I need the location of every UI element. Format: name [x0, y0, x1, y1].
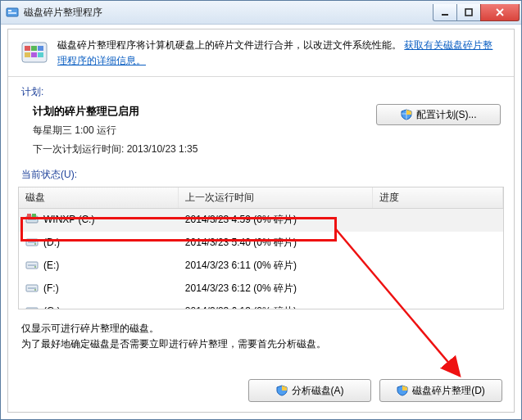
svg-rect-14	[32, 214, 36, 217]
configure-schedule-label: 配置计划(S)...	[416, 108, 477, 122]
cell-progress	[372, 300, 502, 310]
svg-point-24	[34, 289, 36, 291]
drive-icon	[25, 258, 39, 273]
disk-table: 磁盘 上一次运行时间 进度 WINXP (C:)2014/3/23 4:59 (…	[19, 187, 503, 309]
drive-icon	[25, 212, 39, 228]
cell-progress	[372, 255, 502, 278]
app-icon	[6, 6, 19, 19]
cell-disk: WINXP (C:)	[19, 209, 179, 232]
svg-rect-4	[465, 9, 472, 16]
configure-schedule-button[interactable]: 配置计划(S)...	[376, 104, 501, 125]
svg-rect-2	[8, 12, 16, 14]
note-line2: 为了最好地确定磁盘是否需要立即进行碎片整理，需要首先分析磁盘。	[21, 336, 501, 352]
window-controls	[433, 4, 520, 20]
svg-point-18	[34, 243, 36, 245]
col-progress[interactable]: 进度	[372, 187, 502, 209]
defrag-icon	[20, 38, 49, 67]
svg-point-21	[34, 266, 36, 268]
status-section-label: 当前状态(U):	[21, 168, 501, 182]
table-header-row: 磁盘 上一次运行时间 进度	[19, 187, 503, 209]
cell-progress	[372, 232, 502, 255]
defrag-label: 磁盘碎片整理(D)	[412, 384, 485, 398]
cell-progress	[372, 278, 502, 300]
cell-disk: (D:)	[19, 232, 179, 255]
svg-rect-13	[27, 214, 31, 217]
status-section: 当前状态(U):	[8, 156, 514, 182]
svg-rect-15	[28, 219, 36, 220]
cell-disk: (E:)	[19, 255, 179, 278]
table-row[interactable]: (D:)2014/3/23 5:40 (0% 碎片)	[19, 232, 503, 255]
cell-disk: (G:)	[19, 300, 179, 310]
cell-progress	[372, 209, 502, 232]
svg-rect-20	[28, 264, 36, 266]
shield-icon	[276, 385, 288, 396]
action-buttons: 分析磁盘(A) 磁盘碎片整理(D)	[248, 379, 502, 402]
window-frame: 磁盘碎片整理程序 磁盘碎片整理程序将计算机硬盘上的碎片文件进行合	[0, 0, 522, 420]
note-line1: 仅显示可进行碎片整理的磁盘。	[21, 321, 501, 336]
maximize-button[interactable]	[456, 4, 481, 21]
client-area: 磁盘碎片整理程序将计算机硬盘上的碎片文件进行合并，以改进文件系统性能。 获取有关…	[7, 29, 515, 413]
svg-rect-17	[28, 242, 36, 243]
svg-rect-10	[31, 52, 37, 57]
col-disk[interactable]: 磁盘	[19, 187, 179, 209]
info-banner: 磁盘碎片整理程序将计算机硬盘上的碎片文件进行合并，以改进文件系统性能。 获取有关…	[8, 29, 514, 77]
cell-last-run: 2014/3/23 6:12 (0% 碎片)	[179, 278, 372, 300]
cell-last-run: 2014/3/23 5:40 (0% 碎片)	[179, 232, 372, 255]
disk-list[interactable]: 磁盘 上一次运行时间 进度 WINXP (C:)2014/3/23 4:59 (…	[18, 187, 504, 309]
analyze-label: 分析磁盘(A)	[292, 384, 344, 398]
svg-rect-9	[25, 52, 30, 57]
close-button[interactable]	[480, 4, 520, 21]
schedule-recurrence: 每星期三 1:00 运行	[33, 124, 376, 138]
next-run-value: 2013/10/23 1:35	[127, 143, 198, 155]
cell-last-run: 2014/3/23 6:11 (0% 碎片)	[179, 255, 372, 278]
drive-icon	[25, 281, 39, 296]
shield-icon	[397, 385, 408, 396]
table-row[interactable]: (E:)2014/3/23 6:11 (0% 碎片)	[19, 255, 503, 278]
next-run-label: 下一次计划运行时间:	[33, 143, 127, 155]
svg-rect-8	[38, 46, 43, 51]
drive-icon	[25, 304, 39, 309]
titlebar[interactable]: 磁盘碎片整理程序	[1, 1, 521, 25]
svg-rect-7	[31, 46, 37, 51]
svg-rect-3	[442, 14, 448, 16]
analyze-button[interactable]: 分析磁盘(A)	[248, 379, 371, 402]
schedule-status-title: 计划的碎片整理已启用	[33, 105, 139, 117]
svg-rect-6	[25, 46, 30, 51]
window-title: 磁盘碎片整理程序	[24, 6, 433, 20]
minimize-button[interactable]	[433, 4, 457, 21]
col-last-run[interactable]: 上一次运行时间	[179, 187, 372, 209]
cell-disk: (F:)	[19, 278, 179, 300]
schedule-section-label: 计划:	[21, 85, 501, 99]
shield-icon	[401, 109, 412, 120]
cell-last-run: 2014/3/23 4:59 (0% 碎片)	[179, 209, 372, 232]
table-row[interactable]: (F:)2014/3/23 6:12 (0% 碎片)	[19, 278, 503, 300]
footer-note: 仅显示可进行碎片整理的磁盘。 为了最好地确定磁盘是否需要立即进行碎片整理，需要首…	[8, 309, 514, 352]
defrag-button[interactable]: 磁盘碎片整理(D)	[379, 379, 502, 402]
banner-text: 磁盘碎片整理程序将计算机硬盘上的碎片文件进行合并，以改进文件系统性能。 获取有关…	[57, 38, 502, 68]
schedule-section: 计划: 计划的碎片整理已启用 每星期三 1:00 运行 下一次计划运行时间: 2…	[8, 77, 514, 156]
cell-last-run: 2014/3/23 6:13 (0% 碎片)	[179, 300, 372, 310]
table-row[interactable]: WINXP (C:)2014/3/23 4:59 (0% 碎片)	[19, 209, 503, 232]
table-row[interactable]: (G:)2014/3/23 6:13 (0% 碎片)	[19, 300, 503, 310]
banner-description: 磁盘碎片整理程序将计算机硬盘上的碎片文件进行合并，以改进文件系统性能。	[57, 39, 402, 51]
svg-rect-11	[38, 52, 43, 57]
drive-icon	[25, 235, 39, 251]
svg-rect-23	[28, 287, 36, 289]
svg-rect-1	[8, 10, 11, 11]
